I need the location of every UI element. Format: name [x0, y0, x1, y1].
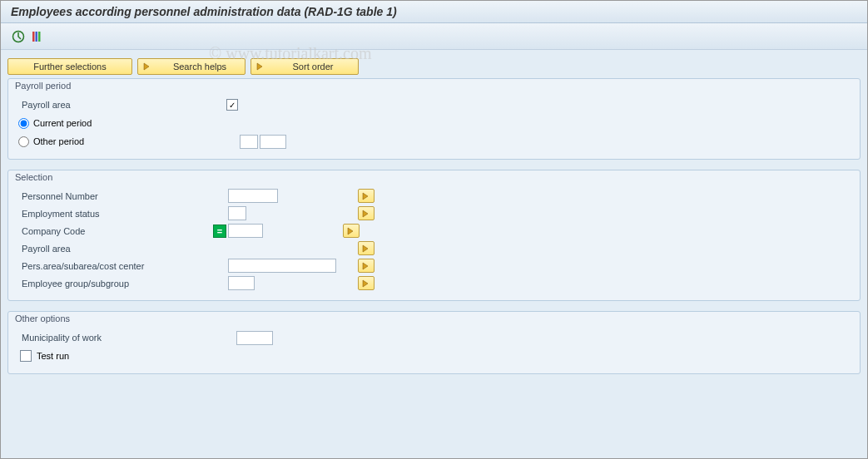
employee-group-label: Employee group/subgroup: [18, 279, 228, 289]
employee-group-multisel[interactable]: [358, 276, 374, 290]
svg-rect-3: [38, 32, 41, 42]
company-code-label: Company Code: [18, 226, 213, 236]
employment-status-multisel[interactable]: [358, 206, 374, 220]
search-helps-button[interactable]: Search helps: [137, 58, 246, 75]
selection-group: Selection Personnel Number Employment st…: [7, 170, 861, 301]
test-run-checkbox[interactable]: [20, 350, 32, 362]
other-options-title: Other options: [8, 311, 860, 323]
pers-area-multisel[interactable]: [358, 259, 374, 273]
further-selections-label: Further selections: [33, 62, 106, 72]
execute-icon[interactable]: [11, 29, 26, 44]
test-run-label: Test run: [37, 351, 69, 361]
selection-buttons-row: Further selections Search helps Sort ord…: [7, 58, 861, 75]
other-options-group: Other options Municipality of work Test …: [7, 311, 861, 374]
search-helps-label: Search helps: [160, 62, 240, 72]
pers-area-input[interactable]: [228, 259, 336, 273]
municipality-label: Municipality of work: [18, 333, 236, 343]
sort-order-label: Sort order: [273, 62, 353, 72]
payroll-area-sel-label: Payroll area: [18, 244, 228, 254]
arrow-right-icon: [255, 61, 266, 72]
employment-status-input[interactable]: [228, 206, 246, 220]
municipality-input[interactable]: [236, 331, 273, 345]
other-period-radio[interactable]: Other period: [18, 136, 226, 147]
current-period-radio[interactable]: Current period: [18, 118, 92, 129]
page-title: Employees according personnel administra…: [1, 1, 867, 23]
payroll-area-checkbox[interactable]: ✓: [226, 99, 238, 111]
other-period-radio-input[interactable]: [18, 136, 29, 147]
personnel-number-multisel[interactable]: [358, 189, 374, 203]
payroll-area-multisel[interactable]: [358, 241, 374, 255]
app-toolbar: © www.tutorialkart.com: [1, 23, 867, 50]
employee-group-input[interactable]: [228, 276, 255, 290]
payroll-period-title: Payroll period: [8, 78, 860, 91]
payroll-area-label: Payroll area: [18, 100, 226, 110]
personnel-number-label: Personnel Number: [18, 191, 228, 201]
other-period-label: Other period: [33, 136, 84, 146]
svg-rect-1: [32, 32, 35, 42]
company-code-input[interactable]: [228, 224, 263, 238]
selection-title: Selection: [8, 170, 860, 182]
current-period-label: Current period: [33, 118, 92, 128]
company-code-multisel[interactable]: [343, 224, 360, 238]
employment-status-label: Employment status: [18, 209, 228, 219]
further-selections-button[interactable]: Further selections: [7, 58, 132, 75]
variant-icon[interactable]: [29, 29, 44, 44]
payroll-period-group: Payroll period Payroll area ✓ Current pe…: [7, 78, 861, 160]
content-area: Further selections Search helps Sort ord…: [1, 50, 867, 459]
personnel-number-input[interactable]: [228, 189, 278, 203]
svg-rect-2: [36, 32, 38, 42]
other-period-input-1[interactable]: [240, 135, 258, 149]
sort-order-button[interactable]: Sort order: [250, 58, 359, 75]
arrow-right-icon: [141, 61, 153, 72]
equals-icon: =: [213, 225, 226, 238]
pers-area-label: Pers.area/subarea/cost center: [18, 261, 228, 271]
other-period-input-2[interactable]: [260, 135, 286, 149]
current-period-radio-input[interactable]: [18, 118, 29, 129]
